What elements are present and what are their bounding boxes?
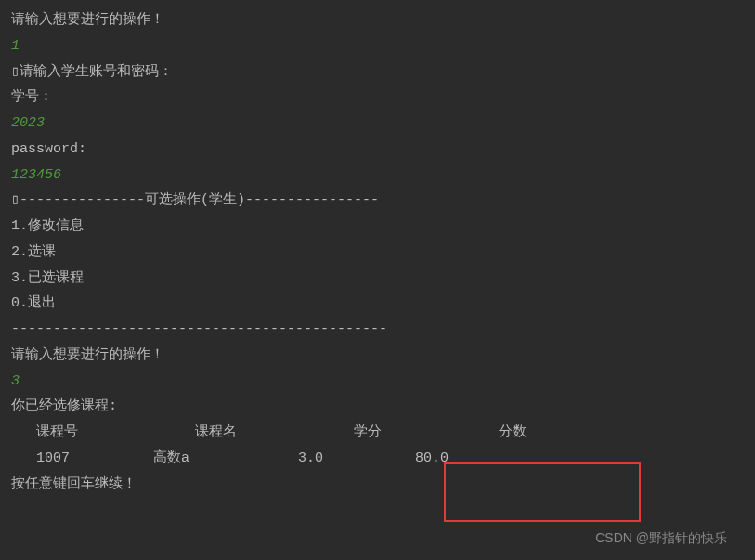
menu-item-1: 1.修改信息 bbox=[11, 214, 744, 240]
menu-header: ▯---------------可选操作(学生)---------------- bbox=[11, 188, 744, 214]
password-label: password: bbox=[11, 137, 744, 163]
login-prompt: ▯请输入学生账号和密码： bbox=[11, 59, 744, 85]
user-input-1: 1 bbox=[11, 33, 744, 59]
selected-courses-label: 你已经选修课程: bbox=[11, 394, 744, 420]
menu-item-2: 2.选课 bbox=[11, 240, 744, 266]
operation-prompt-2: 请输入想要进行的操作！ bbox=[11, 343, 744, 369]
menu-item-3: 3.已选课程 bbox=[11, 266, 744, 292]
student-id-label: 学号： bbox=[11, 85, 744, 111]
table-row: 1007 高数a 3.0 80.0 bbox=[11, 446, 744, 472]
watermark: CSDN @野指针的快乐 bbox=[595, 527, 727, 551]
student-id-input: 2023 bbox=[11, 111, 744, 137]
menu-item-0: 0.退出 bbox=[11, 291, 744, 317]
user-input-2: 3 bbox=[11, 369, 744, 395]
menu-footer: ----------------------------------------… bbox=[11, 317, 744, 343]
operation-prompt: 请输入想要进行的操作！ bbox=[11, 7, 744, 33]
password-input: 123456 bbox=[11, 163, 744, 189]
table-header: 课程号 课程名 学分 分数 bbox=[11, 420, 744, 446]
continue-prompt: 按任意键回车继续！ bbox=[11, 472, 744, 498]
